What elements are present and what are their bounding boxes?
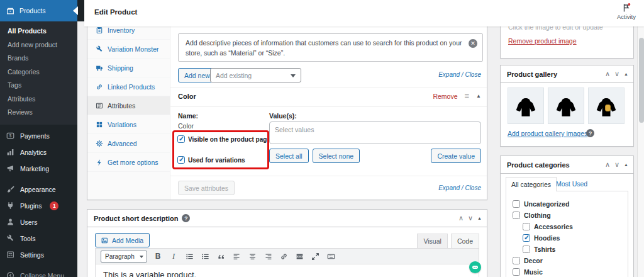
expand-close-link-top[interactable]: Expand / Close	[438, 71, 481, 78]
gallery-thumbnail-green-hoodie[interactable]	[548, 88, 584, 124]
category-checkbox[interactable]	[523, 234, 530, 242]
categories-list: Uncategorized Clothing Accessories Hoodi…	[506, 191, 628, 277]
remove-product-image-link[interactable]: Remove product image	[508, 37, 577, 45]
wordpress-admin-window: Products All Products Add new product Br…	[0, 0, 644, 277]
collapse-attribute-icon[interactable]: ▲	[476, 93, 481, 99]
move-up-icon[interactable]: ∧	[458, 214, 464, 222]
tab-most-used[interactable]: Most Used	[556, 180, 587, 188]
sidebar-item-add-new-product[interactable]: Add new product	[0, 38, 77, 52]
category-tshirts[interactable]: Tshirts	[523, 244, 623, 255]
categories-title: Product categories	[507, 161, 570, 169]
sidebar-item-analytics[interactable]: Analytics	[0, 144, 77, 161]
short-description-text: This is a variable product.	[103, 270, 471, 277]
grammarly-icon[interactable]	[469, 261, 481, 273]
tab-advanced[interactable]: Advanced	[87, 134, 170, 153]
sidebar-item-all-products[interactable]: All Products	[0, 25, 77, 38]
page-scrollbar[interactable]	[637, 26, 644, 277]
toggle-panel-icon[interactable]: ▲	[624, 72, 628, 76]
activity-button[interactable]: Activity	[617, 3, 636, 20]
move-down-icon[interactable]: ∨	[468, 214, 473, 222]
category-checkbox[interactable]	[513, 212, 520, 219]
italic-button[interactable]: I	[169, 251, 179, 262]
sidebar-item-products[interactable]: Products	[0, 0, 77, 21]
tab-get-more-options[interactable]: Get more options	[87, 153, 170, 172]
align-center-icon[interactable]	[247, 251, 257, 262]
select-values-input[interactable]: Select values	[269, 122, 481, 144]
sidebar-item-marketing[interactable]: Marketing	[0, 161, 77, 177]
sidebar-item-appearance[interactable]: Appearance	[0, 181, 77, 198]
sidebar-item-plugins[interactable]: Plugins 1	[0, 198, 77, 214]
category-checkbox[interactable]	[523, 223, 530, 230]
drag-handle-icon[interactable]: ≡	[464, 91, 469, 101]
select-none-button[interactable]: Select none	[313, 149, 360, 163]
blockquote-icon[interactable]	[216, 251, 226, 262]
category-checkbox[interactable]	[513, 268, 520, 276]
sidebar-item-reviews[interactable]: Reviews	[0, 106, 77, 120]
tab-attributes[interactable]: Attributes	[87, 96, 170, 115]
category-clothing[interactable]: Clothing	[513, 210, 623, 221]
editor-tab-code[interactable]: Code	[451, 234, 479, 248]
add-gallery-images-link[interactable]: Add product gallery images	[508, 130, 587, 137]
category-hoodies[interactable]: Hoodies	[523, 232, 623, 244]
category-checkbox[interactable]	[523, 246, 530, 253]
toggle-panel-icon[interactable]: ▲	[477, 216, 482, 220]
category-uncategorized[interactable]: Uncategorized	[513, 198, 623, 210]
toggle-panel-icon[interactable]: ▲	[624, 162, 628, 167]
save-attributes-button[interactable]: Save attributes	[178, 181, 235, 195]
bold-button[interactable]: B	[153, 251, 163, 262]
help-icon[interactable]: ?	[586, 129, 594, 137]
category-music[interactable]: Music	[513, 266, 623, 277]
read-more-tag-icon[interactable]	[294, 251, 304, 262]
sidebar-item-users[interactable]: Users	[0, 214, 77, 230]
add-media-button[interactable]: Add Media	[95, 233, 150, 247]
attributes-tab-content: Add descriptive pieces of information th…	[170, 18, 487, 200]
dismiss-notice-icon[interactable]: ✕	[469, 39, 477, 48]
product-data-tabs: Inventory Variation Monster Shipping Lin…	[87, 18, 170, 200]
expand-close-link-bottom[interactable]: Expand / Close	[438, 184, 481, 191]
sidebar-item-attributes[interactable]: Attributes	[0, 93, 77, 106]
numbered-list-icon[interactable]	[200, 251, 210, 262]
move-down-icon[interactable]: ∨	[614, 161, 619, 169]
tab-linked-products[interactable]: Linked Products	[87, 77, 170, 96]
sidebar-products-label: Products	[19, 7, 45, 14]
tab-variation-monster[interactable]: Variation Monster	[87, 40, 170, 59]
add-existing-select[interactable]: Add existing	[210, 68, 301, 82]
category-checkbox[interactable]	[513, 257, 520, 264]
remove-attribute-link[interactable]: Remove	[433, 93, 457, 100]
sidebar-marketing-label: Marketing	[20, 165, 49, 172]
category-decor[interactable]: Decor	[513, 255, 623, 266]
editor-content[interactable]: This is a variable product.	[95, 264, 479, 277]
keyboard-shortcuts-icon[interactable]	[326, 251, 336, 262]
gallery-thumbnail-blue-hoodie[interactable]	[508, 88, 544, 124]
move-down-icon[interactable]: ∨	[614, 70, 619, 78]
sidebar-item-tools[interactable]: Tools	[0, 230, 77, 247]
tab-variations[interactable]: Variations	[87, 115, 170, 134]
sidebar-item-tags[interactable]: Tags	[0, 79, 77, 93]
sidebar-item-categories[interactable]: Categories	[0, 65, 77, 79]
align-left-icon[interactable]	[231, 251, 242, 262]
move-up-icon[interactable]: ∧	[605, 161, 610, 169]
sidebar-item-settings[interactable]: Settings	[0, 247, 77, 263]
bullet-list-icon[interactable]	[184, 251, 194, 262]
sidebar-item-payments[interactable]: $ Payments	[0, 128, 77, 144]
sidebar-item-brands[interactable]: Brands	[0, 52, 77, 65]
sidebar-item-collapse-menu[interactable]: Collapse Menu	[0, 268, 77, 277]
editor-tab-visual[interactable]: Visual	[417, 234, 447, 248]
tab-all-categories[interactable]: All categories	[506, 177, 557, 191]
align-right-icon[interactable]	[263, 251, 273, 262]
tab-shipping[interactable]: Shipping	[87, 59, 170, 77]
editor-toolbar: Paragraph B I	[95, 248, 479, 264]
insert-link-icon[interactable]	[279, 251, 289, 262]
help-icon[interactable]: ?	[182, 214, 190, 222]
paragraph-format-select[interactable]: Paragraph	[101, 251, 147, 263]
move-up-icon[interactable]: ∧	[605, 70, 610, 78]
category-accessories[interactable]: Accessories	[523, 221, 623, 232]
gallery-thumbnail-logo-hoodie[interactable]	[588, 88, 625, 124]
users-person-icon	[6, 218, 14, 226]
create-value-button[interactable]: Create value	[431, 149, 481, 163]
select-all-button[interactable]: Select all	[269, 149, 309, 163]
category-checkbox[interactable]	[513, 200, 520, 208]
scrollbar-thumb[interactable]	[639, 38, 644, 123]
gear-icon	[96, 140, 103, 147]
fullscreen-icon[interactable]	[310, 251, 320, 262]
